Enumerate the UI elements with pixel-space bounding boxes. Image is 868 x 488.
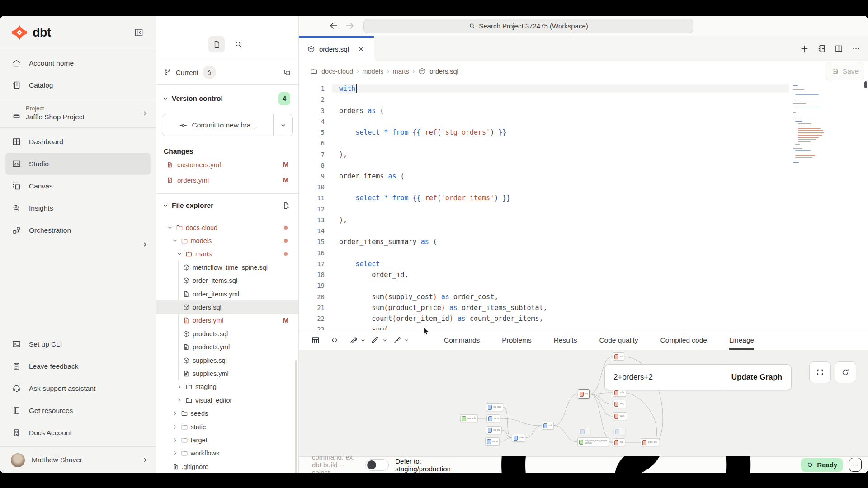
collapse-sidebar-icon[interactable] xyxy=(133,27,144,38)
lineage-node-fnd-orders[interactable]: fnd_orders xyxy=(613,400,626,408)
tree-item-models[interactable]: models xyxy=(156,234,298,247)
file-explorer-header[interactable]: File explorer xyxy=(156,197,298,215)
save-button[interactable]: Save xyxy=(826,62,864,80)
project-search-input[interactable]: Search Project 372475 (Workspace) xyxy=(363,19,693,33)
close-tab-icon[interactable] xyxy=(358,46,364,52)
lineage-node-order-gross-profit[interactable]: order_gross_profit xyxy=(641,438,659,446)
tree-item-supplies-yml[interactable]: supplies.yml xyxy=(156,367,298,380)
lineage-selector-input[interactable]: 2+orders+2 xyxy=(605,365,722,390)
tree-item-target[interactable]: target xyxy=(156,433,298,446)
ready-status-badge[interactable]: Ready xyxy=(801,458,843,472)
lineage-node-orders[interactable]: orders xyxy=(578,389,590,399)
defer-toggle[interactable] xyxy=(365,459,389,471)
search-files-button[interactable] xyxy=(230,36,246,52)
copy-branch-icon[interactable] xyxy=(283,68,291,76)
tree-item-visual-editor[interactable]: visual_editor xyxy=(156,394,298,407)
tree-item-docs-cloud[interactable]: docs-cloud xyxy=(156,221,298,234)
panel-tab-lineage[interactable]: Lineage xyxy=(729,330,754,350)
sidebar-item-studio[interactable]: Studio xyxy=(5,153,151,175)
breadcrumb-marts[interactable]: marts xyxy=(393,68,409,75)
lineage-node-order-items[interactable]: order_items xyxy=(512,434,525,442)
tree-item-products-yml[interactable]: products.yml xyxy=(156,341,298,354)
breadcrumb-docs-cloud[interactable]: docs-cloud xyxy=(321,68,353,75)
new-file-icon[interactable] xyxy=(282,202,290,210)
sidebar-item-set-up-cli[interactable]: Set up CLI xyxy=(5,333,151,355)
lineage-node-vault-orders[interactable]: vault_orders xyxy=(613,412,627,420)
tab-orders-sql[interactable]: orders.sql xyxy=(299,36,374,61)
refresh-graph-button[interactable] xyxy=(835,361,856,383)
tree-item-orders-yml[interactable]: orders.ymlM xyxy=(156,314,298,327)
changed-file-customers.yml[interactable]: customers.ymlM xyxy=(156,157,298,172)
changed-file-orders.yml[interactable]: orders.ymlM xyxy=(156,173,298,187)
tree-item-static[interactable]: static xyxy=(156,420,298,433)
lineage-node-stg-orders[interactable]: stg_orders xyxy=(486,414,500,422)
code-editor[interactable]: 1with23orders as (45 select * from {{ re… xyxy=(299,81,868,330)
sidebar-item-leave-feedback[interactable]: Leave feedback xyxy=(5,355,151,377)
lineage-node-max-cust[interactable]: max_cust xyxy=(613,438,625,446)
minimap[interactable] xyxy=(793,85,840,164)
tree-item-workflows[interactable]: workflows xyxy=(156,447,298,460)
plus-icon[interactable] xyxy=(800,44,809,53)
lineage-node-orders[interactable]: orders xyxy=(613,352,624,361)
files-view-button[interactable] xyxy=(208,36,225,52)
tree-item-orders-sql[interactable]: orders.sql xyxy=(156,300,298,314)
panel-tab-results[interactable]: Results xyxy=(554,330,577,350)
notebook-icon[interactable] xyxy=(817,44,826,53)
sidebar-item-project[interactable]: Project Jaffle Shop Project xyxy=(0,99,156,127)
breadcrumb-models[interactable]: models xyxy=(362,68,383,75)
chevron-down-icon[interactable] xyxy=(403,337,410,343)
sidebar-item-ask-support-assistant[interactable]: Ask support assistant xyxy=(5,377,151,399)
panel-tab-code-quality[interactable]: Code quality xyxy=(599,330,638,350)
tree-item-products-sql[interactable]: products.sql xyxy=(156,327,298,340)
user-menu[interactable]: Matthew Shaver xyxy=(0,446,156,473)
lineage-node-test-order-items-compare-to-bo[interactable]: test_order_items_compare_to_boo correctl… xyxy=(577,437,609,446)
back-arrow-icon[interactable] xyxy=(329,21,339,31)
update-graph-button[interactable]: Update Graph xyxy=(722,365,791,390)
sidebar-item-catalog[interactable]: Catalog xyxy=(5,74,151,96)
commit-button[interactable]: Commit to new bra... xyxy=(162,114,293,136)
chevron-down-icon[interactable] xyxy=(382,337,388,343)
fullscreen-button[interactable] xyxy=(809,361,831,383)
panel-tab-compiled-code[interactable]: Compiled code xyxy=(660,330,707,350)
branch-row[interactable]: Current xyxy=(156,60,298,85)
breadcrumb-orders-sql[interactable]: orders.sql xyxy=(429,68,458,75)
lineage-node-orders[interactable]: orders xyxy=(542,422,554,430)
sidebar-item-canvas[interactable]: Canvas xyxy=(5,175,151,197)
command-more-button[interactable] xyxy=(849,458,862,472)
code-tag-icon[interactable] xyxy=(330,336,339,345)
lineage-graph[interactable]: raw_ordersstg_order_itemsstg_ordersstg_p… xyxy=(299,350,868,456)
sidebar-item-get-resources[interactable]: Get resources xyxy=(5,399,151,422)
dots-icon[interactable] xyxy=(851,44,861,53)
lineage-node-ghost[interactable] xyxy=(579,428,591,435)
forward-arrow-icon[interactable] xyxy=(345,21,355,31)
lineage-node-raw-orders[interactable]: raw_orders xyxy=(460,414,478,422)
split-icon[interactable] xyxy=(834,44,844,53)
tree-item-order-items-yml[interactable]: order_items.yml xyxy=(156,287,298,300)
commit-dropdown-button[interactable] xyxy=(273,114,292,136)
editor-scrollbar[interactable] xyxy=(864,81,867,88)
lineage-node-stg-supplies[interactable]: stg_supplies xyxy=(485,437,500,446)
chevron-down-icon[interactable] xyxy=(360,337,366,343)
lineage-node-stg-products[interactable]: stg_products xyxy=(486,426,502,434)
tree-item-supplies-sql[interactable]: supplies.sql xyxy=(156,354,298,367)
fix-wand-icon[interactable] xyxy=(392,336,401,345)
build-wrench-icon[interactable] xyxy=(349,336,358,345)
sidebar-item-docs-account[interactable]: Docs Account xyxy=(5,422,151,444)
version-control-header[interactable]: Version control 4 xyxy=(156,91,298,106)
results-table-icon[interactable] xyxy=(311,336,320,345)
sidebar-item-dashboard[interactable]: Dashboard xyxy=(5,131,151,153)
lineage-node-ghost[interactable] xyxy=(613,428,626,435)
sidebar-item-insights[interactable]: Insights xyxy=(5,197,151,219)
panel-tab-problems[interactable]: Problems xyxy=(502,330,531,350)
tree-item-seeds[interactable]: seeds xyxy=(156,407,298,420)
lineage-node-stg-order-items[interactable]: stg_order_items xyxy=(486,403,503,411)
panel-tab-commands[interactable]: Commands xyxy=(444,330,480,350)
tree-item--gitignore[interactable]: .gitignore xyxy=(156,460,298,473)
sidebar-item-account-home[interactable]: Account home xyxy=(5,52,151,74)
tree-item-staging[interactable]: staging xyxy=(156,380,298,394)
format-brush-icon[interactable] xyxy=(371,336,380,345)
dbt-logo[interactable]: dbt xyxy=(11,24,51,41)
sidebar-item-orchestration[interactable]: Orchestration xyxy=(5,219,151,241)
tree-item-metricflow-time-spine-sql[interactable]: metricflow_time_spine.sql xyxy=(156,261,298,274)
tree-item-marts[interactable]: marts xyxy=(156,248,298,261)
